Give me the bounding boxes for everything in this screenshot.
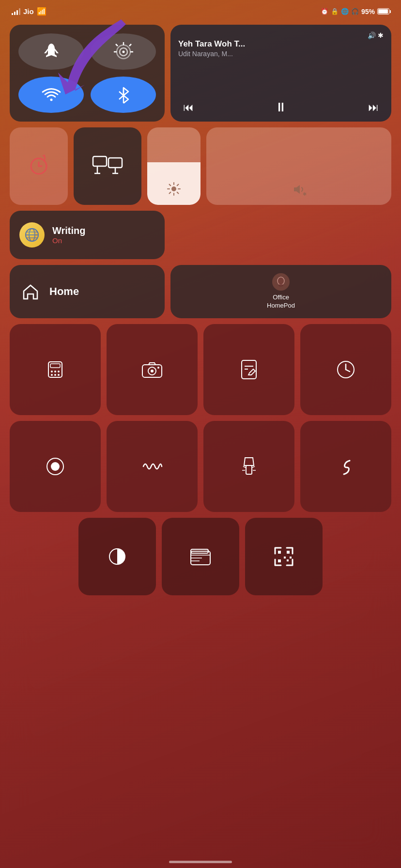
svg-point-35 <box>278 277 284 285</box>
homepod-label: OfficeHomePod <box>267 294 295 310</box>
row-apps-3 <box>10 518 391 595</box>
svg-line-61 <box>243 466 246 467</box>
svg-point-19 <box>171 186 176 191</box>
homepod-icon <box>272 273 290 291</box>
svg-line-4 <box>129 44 131 46</box>
cellular-icon <box>111 40 136 64</box>
qr-scanner-button[interactable] <box>245 518 323 595</box>
music-player-top: 🔊 ✱ <box>178 31 384 39</box>
alarm-icon: ⏰ <box>321 8 328 15</box>
writing-globe-icon <box>19 222 45 248</box>
svg-point-36 <box>278 284 283 287</box>
music-info: Yeh Tara Woh T... Udit Narayan, M... <box>178 39 384 100</box>
svg-point-56 <box>51 462 60 471</box>
previous-button[interactable]: ⏮ <box>183 101 194 114</box>
volume-slider[interactable]: ✱ <box>206 127 391 205</box>
svg-line-26 <box>177 185 179 186</box>
cellular-data-button[interactable] <box>91 33 156 70</box>
clock-button[interactable] <box>300 324 391 415</box>
svg-point-39 <box>51 371 53 372</box>
dark-mode-button[interactable] <box>78 518 156 595</box>
svg-point-8 <box>50 98 52 101</box>
svg-line-6 <box>116 44 118 46</box>
battery-percentage: 95% <box>361 8 375 16</box>
screen-mirror-icon <box>91 154 124 178</box>
row-apps-2 <box>10 421 391 512</box>
next-button[interactable]: ⏭ <box>368 101 379 114</box>
signal-bar-2 <box>14 12 15 15</box>
brightness-icon <box>167 182 181 196</box>
svg-point-41 <box>58 371 60 372</box>
svg-line-10 <box>119 92 123 95</box>
home-button[interactable]: Home <box>10 265 165 318</box>
connectivity-block <box>10 25 165 122</box>
svg-rect-71 <box>278 559 281 562</box>
svg-line-27 <box>170 192 171 194</box>
status-left: Jio 📶 <box>12 7 46 16</box>
control-center: 🔊 ✱ Yeh Tara Woh T... Udit Narayan, M...… <box>0 20 401 600</box>
svg-point-42 <box>51 374 53 376</box>
homepod-button[interactable]: OfficeHomePod <box>170 265 391 318</box>
home-label: Home <box>49 285 79 298</box>
screen-mirror-button[interactable] <box>74 127 141 205</box>
svg-point-44 <box>58 374 60 376</box>
voice-memos-icon <box>141 458 163 475</box>
bluetooth-icon <box>115 84 132 106</box>
signal-bars <box>12 8 20 15</box>
row-sliders: ✱ <box>10 127 391 205</box>
svg-line-24 <box>170 185 171 186</box>
wifi-status-icon: 📶 <box>37 7 46 16</box>
speaker-icon: 🔊 <box>368 31 376 39</box>
airplane-icon <box>39 40 63 64</box>
music-controls: ⏮ ⏸ ⏭ <box>178 100 384 115</box>
row-home: Home OfficeHomePod <box>10 265 391 318</box>
flashlight-button[interactable] <box>203 421 294 512</box>
svg-point-34 <box>26 229 38 241</box>
svg-rect-73 <box>287 559 289 561</box>
svg-marker-57 <box>244 458 254 465</box>
signal-bar-1 <box>12 13 13 15</box>
svg-rect-14 <box>108 158 122 168</box>
svg-point-40 <box>54 371 56 372</box>
screen-rotation-lock-button[interactable] <box>10 127 68 205</box>
svg-line-54 <box>346 370 350 372</box>
pause-button[interactable]: ⏸ <box>275 100 287 115</box>
svg-point-47 <box>151 370 154 372</box>
music-player[interactable]: 🔊 ✱ Yeh Tara Woh T... Udit Narayan, M...… <box>170 25 391 122</box>
camera-button[interactable] <box>107 324 198 415</box>
row-connectivity-music: 🔊 ✱ Yeh Tara Woh T... Udit Narayan, M...… <box>10 25 391 122</box>
home-icon <box>20 281 41 302</box>
bluetooth-audio-icon: ✱ <box>378 31 384 39</box>
writing-sublabel: On <box>52 236 86 245</box>
svg-rect-69 <box>278 551 281 554</box>
wifi-button[interactable] <box>18 77 84 113</box>
qr-scanner-icon <box>273 546 294 567</box>
volume-icon: ✱ <box>291 183 307 196</box>
airplane-mode-button[interactable] <box>18 33 84 70</box>
carrier-name: Jio <box>23 7 34 16</box>
shazam-icon <box>337 456 355 477</box>
svg-rect-70 <box>287 551 290 554</box>
shazam-button[interactable] <box>300 421 391 512</box>
svg-rect-38 <box>50 364 60 368</box>
screen-record-button[interactable] <box>10 421 101 512</box>
svg-point-48 <box>157 367 159 369</box>
status-bar: Jio 📶 ⏰ 🔒 🌐 🎧 95% <box>0 0 401 20</box>
writing-on-button[interactable]: Writing On <box>10 211 165 259</box>
row-apps-1 <box>10 324 391 415</box>
globe-icon: 🌐 <box>341 8 349 15</box>
status-right: ⏰ 🔒 🌐 🎧 95% <box>321 8 389 16</box>
row-writing: Writing On <box>10 211 391 259</box>
screen-record-icon <box>45 456 65 477</box>
svg-line-62 <box>252 466 255 467</box>
memos-button[interactable] <box>203 324 294 415</box>
bluetooth-button[interactable] <box>91 77 156 113</box>
svg-rect-72 <box>284 557 286 558</box>
calculator-button[interactable] <box>10 324 101 415</box>
brightness-slider[interactable] <box>147 127 200 205</box>
signal-bar-4 <box>19 8 20 15</box>
writing-text: Writing On <box>52 225 86 245</box>
wallet-button[interactable] <box>162 518 239 595</box>
voice-memos-button[interactable] <box>107 421 198 512</box>
svg-rect-74 <box>290 557 292 558</box>
